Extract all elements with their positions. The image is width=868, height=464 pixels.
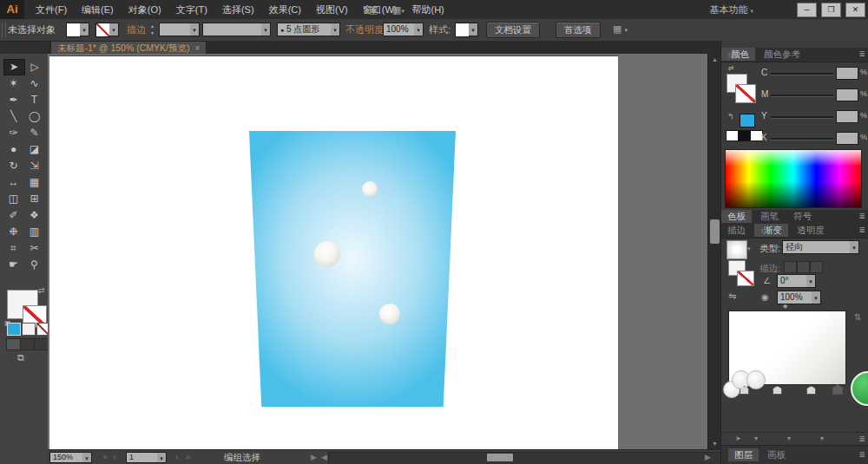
artboard-nav-dropdown[interactable]: ▾ xyxy=(157,452,167,463)
channel-y-field[interactable] xyxy=(836,110,858,123)
artboard-tool[interactable]: ⌗ xyxy=(3,240,24,257)
tab-transparency[interactable]: 透明度 xyxy=(791,224,831,237)
eyedropper-tool[interactable]: ✐ xyxy=(3,207,24,224)
panel-menu-icon[interactable]: ≣ xyxy=(858,225,865,234)
stroke-weight-dropdown[interactable]: ▾ xyxy=(190,23,200,36)
horizontal-scrollbar[interactable] xyxy=(328,452,748,464)
panel-menu-icon[interactable]: ≣ xyxy=(858,49,865,58)
hscroll-left-icon[interactable]: ◀ xyxy=(321,450,327,464)
zoom-tool[interactable]: ⚲ xyxy=(24,257,45,273)
selection-tool[interactable]: ➤ xyxy=(3,59,25,75)
scale-tool[interactable]: ⇲ xyxy=(24,158,45,174)
gradient-aspect-dropdown[interactable]: ▾ xyxy=(812,291,821,304)
width-tool[interactable]: ↔ xyxy=(3,174,24,191)
gradient-stop-handle[interactable] xyxy=(746,370,766,389)
channel-m-field[interactable] xyxy=(836,88,858,101)
stroke-weight-label[interactable]: 描边 xyxy=(127,23,146,36)
brush-dropdown[interactable]: ▾ xyxy=(331,23,340,36)
color-spectrum[interactable] xyxy=(725,149,862,208)
draw-behind-button[interactable] xyxy=(20,338,35,350)
chevron-down-icon[interactable]: ▾ xyxy=(754,435,758,442)
shape-builder-tool[interactable]: ◫ xyxy=(3,191,24,207)
tab-layers[interactable]: 图层 xyxy=(728,448,759,461)
horizontal-scroll-thumb[interactable] xyxy=(487,454,513,461)
tab-gradient[interactable]: ↕渐变 xyxy=(754,224,788,237)
gradient-menu-dropdown[interactable]: ▾ xyxy=(747,245,751,252)
gradient-mode-button[interactable] xyxy=(22,323,36,336)
swap-fill-stroke-icon[interactable]: ⇄ xyxy=(38,286,45,295)
last-artboard-icon[interactable]: » xyxy=(186,450,190,464)
panel-menu-icon[interactable]: ≣ xyxy=(858,450,865,459)
step-down-icon[interactable]: ▾ xyxy=(151,30,154,36)
swap-fill-stroke-icon[interactable]: ⇄ xyxy=(728,64,734,72)
gradient-angle-dropdown[interactable]: ▾ xyxy=(806,274,816,288)
status-expand-icon[interactable]: ▶ xyxy=(311,450,317,464)
column-graph-tool[interactable]: ▥ xyxy=(24,224,45,240)
gradient-stroke-proxy[interactable] xyxy=(737,271,754,286)
tab-stroke[interactable]: 描边 xyxy=(721,224,752,237)
blob-brush-tool[interactable]: ● xyxy=(3,141,24,158)
stroke-gradient-across-button[interactable] xyxy=(810,261,823,273)
channel-c-field[interactable] xyxy=(836,67,858,80)
draw-inside-button[interactable] xyxy=(34,338,49,350)
channel-y-slider[interactable] xyxy=(771,116,833,119)
control-bar-grip[interactable] xyxy=(2,23,6,37)
gradient-thumbnail[interactable] xyxy=(727,240,747,259)
close-button[interactable]: ✕ xyxy=(845,3,865,17)
opacity-field[interactable]: 100% xyxy=(383,23,416,36)
chevron-down-icon[interactable]: ▾ xyxy=(787,435,791,442)
perspective-grid-tool[interactable]: ⊞ xyxy=(24,191,45,207)
type-tool[interactable]: T xyxy=(24,92,45,108)
stroke-color-swatch[interactable] xyxy=(95,23,110,37)
channel-k-slider[interactable] xyxy=(771,138,833,141)
channel-m-slider[interactable] xyxy=(771,95,833,97)
tab-color-guide[interactable]: 颜色参考 xyxy=(758,48,806,61)
color-stroke-proxy[interactable] xyxy=(735,84,756,103)
width-profile-dropdown[interactable]: ▾ xyxy=(261,23,271,36)
set-color-arrow-icon[interactable]: ↰ xyxy=(727,112,734,121)
pasteboard[interactable] xyxy=(48,54,707,449)
black-swatch[interactable] xyxy=(738,130,751,141)
tab-color[interactable]: ↕颜色 xyxy=(721,48,755,61)
line-segment-tool[interactable]: ╲ xyxy=(3,108,24,125)
gradient-angle-field[interactable]: 0° xyxy=(777,274,808,288)
slice-tool[interactable]: ✂ xyxy=(24,240,45,257)
paintbrush-tool[interactable]: ✑ xyxy=(3,125,24,141)
fill-color-swatch[interactable] xyxy=(66,23,81,37)
stroke-weight-field[interactable] xyxy=(159,23,192,36)
stroke-weight-stepper[interactable]: ▴▾ xyxy=(148,23,156,36)
menu-view[interactable]: 视图(V) xyxy=(316,0,348,19)
opacity-dropdown[interactable]: ▾ xyxy=(414,23,424,36)
scroll-down-icon[interactable]: ▼ xyxy=(708,441,721,447)
stroke-gradient-along-button[interactable] xyxy=(797,261,810,273)
document-setup-button[interactable]: 文档设置 xyxy=(486,22,540,38)
opacity-label[interactable]: 不透明度 xyxy=(345,23,384,36)
chevron-down-icon[interactable]: ▾ xyxy=(820,435,824,442)
gradient-type-select[interactable]: 径向 xyxy=(782,240,852,254)
pen-tool[interactable]: ✒ xyxy=(3,92,24,108)
artboard[interactable] xyxy=(49,56,618,450)
hscroll-right-icon[interactable]: ▶ xyxy=(705,450,711,464)
arrange-documents-icon[interactable]: ▦▾ xyxy=(392,0,404,21)
magic-wand-tool[interactable]: ✶ xyxy=(3,75,24,92)
document-tab[interactable]: 未标题-1* @ 150% (CMYK/预览) × xyxy=(50,41,207,55)
vertical-scrollbar[interactable]: ▲ ▼ xyxy=(707,54,721,449)
next-artboard-icon[interactable]: › xyxy=(175,450,178,464)
tab-brushes[interactable]: 画笔 xyxy=(754,210,785,223)
floating-overlay-badge[interactable] xyxy=(851,371,868,406)
reverse-gradient-icon[interactable]: ⇋ xyxy=(728,291,736,302)
current-color-swatch[interactable] xyxy=(740,114,755,127)
zoom-level-field[interactable]: 150% xyxy=(49,452,84,463)
blend-tool[interactable]: ❖ xyxy=(24,207,45,224)
symbol-sprayer-tool[interactable]: ❉ xyxy=(3,224,24,240)
gradient-midpoint-icon[interactable]: ◆ xyxy=(783,303,787,310)
style-swatch[interactable] xyxy=(455,23,470,37)
eraser-tool[interactable]: ◪ xyxy=(24,141,45,158)
ellipse-tool[interactable]: ◯ xyxy=(24,108,45,125)
tab-swatches[interactable]: 色板 xyxy=(721,210,752,223)
gradient-stop-marker[interactable] xyxy=(806,386,816,395)
channel-c-slider[interactable] xyxy=(771,73,833,75)
brush-definition-field[interactable]: ● 5 点圆形 xyxy=(277,23,332,36)
slider-side-icon[interactable]: ⇅ xyxy=(854,312,861,322)
menu-help[interactable]: 帮助(H) xyxy=(412,0,444,19)
